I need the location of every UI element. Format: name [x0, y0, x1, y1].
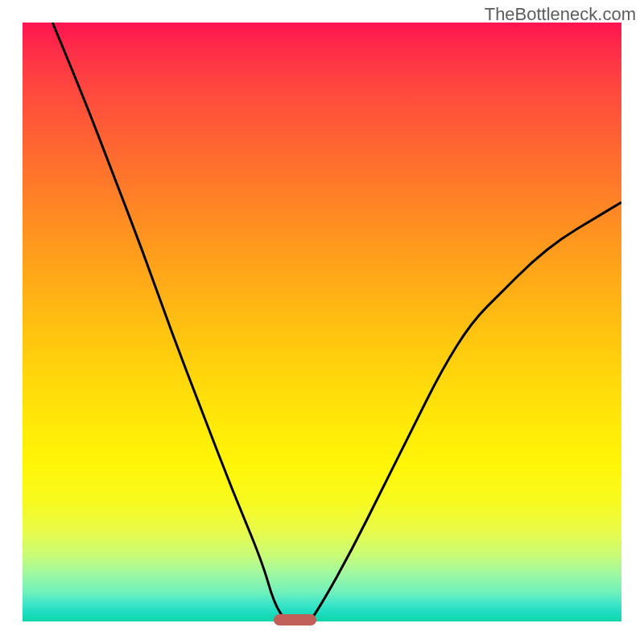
- bottleneck-marker: [274, 614, 316, 625]
- right-curve-path: [310, 202, 621, 621]
- watermark-text: TheBottleneck.com: [485, 4, 636, 25]
- curves-svg: [23, 23, 621, 621]
- chart-plot-area: [23, 23, 621, 621]
- chart-container: TheBottleneck.com: [0, 0, 644, 644]
- left-curve-path: [52, 23, 286, 621]
